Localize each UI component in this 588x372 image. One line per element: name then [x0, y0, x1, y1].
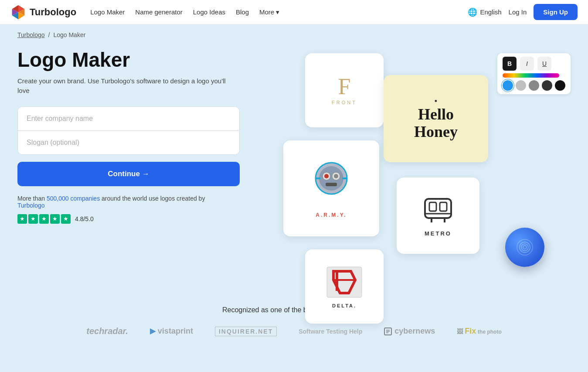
svg-point-20: [523, 246, 527, 249]
trust-text: More than 500,000 companies around the w…: [17, 195, 227, 209]
toolbar-format-row: B I U: [503, 57, 565, 71]
nav-name-generator[interactable]: Name generator: [135, 8, 182, 16]
logo-card-hello: • Hello Honey: [384, 75, 488, 162]
logo-link[interactable]: Turbologo: [10, 4, 76, 20]
stars: ★ ★ ★ ★ ★: [17, 214, 71, 224]
recognized-text: Recognized as one of the best logo maker…: [17, 306, 571, 314]
vistaprint-triangle-icon: [150, 328, 156, 334]
language-label: English: [480, 8, 501, 16]
svg-point-6: [324, 174, 329, 178]
army-robot-icon: [307, 159, 355, 207]
company-name-input[interactable]: [18, 107, 239, 131]
metro-name: METRO: [423, 230, 453, 237]
right-panel: B I U F FRONT •: [279, 49, 571, 276]
color-dark-gray[interactable]: [542, 80, 552, 91]
blue-sphere: [505, 228, 544, 267]
color-gradient-bar[interactable]: [503, 73, 559, 78]
brand-cybernews: cybernews: [384, 327, 435, 336]
metro-logo-content: METRO: [423, 195, 453, 237]
breadcrumb-current: Logo Maker: [53, 31, 85, 38]
bold-button[interactable]: B: [503, 57, 517, 71]
breadcrumb-home[interactable]: Turbologo: [17, 31, 45, 38]
nav-logo-ideas[interactable]: Logo Ideas: [193, 8, 225, 16]
logo-card-metro: METRO: [397, 177, 479, 254]
delta-name: DELTA.: [325, 303, 364, 308]
hello-logo-content: • Hello Honey: [410, 92, 462, 145]
slogan-input[interactable]: [18, 131, 239, 154]
turbologo-icon: [10, 4, 26, 20]
color-black[interactable]: [555, 80, 565, 91]
header-right: 🌐 English Log In Sign Up: [468, 4, 578, 20]
trust-link[interactable]: 500,000 companies: [47, 195, 100, 202]
color-medium-gray[interactable]: [529, 80, 539, 91]
front-letter: F: [332, 75, 357, 98]
main-section: Logo Maker Create your own brand. Use Tu…: [0, 38, 588, 293]
delta-logo-content: DELTA.: [325, 265, 364, 308]
logo-card-delta: DELTA.: [305, 249, 384, 324]
front-logo-content: F FRONT: [332, 75, 357, 105]
army-name: A.R.M.Y.: [307, 212, 355, 218]
rating-row: ★ ★ ★ ★ ★ 4.8/5.0: [17, 214, 270, 224]
star-2: ★: [28, 214, 38, 224]
svg-rect-13: [429, 202, 436, 211]
svg-rect-14: [440, 202, 447, 211]
svg-point-19: [521, 244, 528, 251]
hello-bullet: •: [414, 97, 458, 106]
color-circles-row: [503, 80, 565, 91]
brand-vistaprint: vistaprint: [150, 327, 193, 336]
svg-marker-22: [150, 328, 156, 334]
brand-software-testing-help: Software Testing Help: [299, 327, 362, 336]
star-5: ★: [61, 214, 71, 224]
sphere-fingerprint-icon: [514, 236, 536, 258]
delta-icon: [325, 265, 364, 300]
continue-button[interactable]: Continue →: [17, 162, 240, 186]
brand-fix-the-photo: 🖼 Fix the photo: [457, 327, 501, 336]
login-button[interactable]: Log In: [509, 8, 527, 16]
nav-logo-maker[interactable]: Logo Maker: [90, 8, 125, 16]
breadcrumb: Turbologo / Logo Maker: [0, 24, 588, 38]
language-selector[interactable]: 🌐 English: [468, 7, 501, 17]
globe-icon: 🌐: [468, 7, 477, 17]
metro-icon: [423, 195, 453, 225]
svg-point-3: [319, 166, 343, 191]
header: Turbologo Logo Maker Name generator Logo…: [0, 0, 588, 24]
logo-text: Turbologo: [30, 7, 76, 18]
left-panel: Logo Maker Create your own brand. Use Tu…: [17, 49, 270, 276]
nav-more-button[interactable]: More ▾: [259, 8, 279, 16]
underline-button[interactable]: U: [537, 57, 551, 71]
italic-button[interactable]: I: [520, 57, 534, 71]
army-logo-content: A.R.M.Y.: [307, 159, 355, 218]
color-blue[interactable]: [503, 80, 513, 91]
hello-text: Hello Honey: [414, 106, 458, 140]
svg-point-7: [334, 174, 338, 178]
rating-score: 4.8/5.0: [75, 215, 94, 222]
brand-techradar: techradar.: [86, 326, 128, 336]
cybernews-icon: [384, 328, 392, 335]
star-3: ★: [39, 214, 49, 224]
company-form-box: [17, 106, 240, 155]
turbologo-link[interactable]: Turbologo: [17, 202, 45, 209]
page-subtitle: Create your own brand. Use Turbologo's s…: [17, 76, 227, 96]
toolbar-panel: B I U: [497, 53, 571, 94]
front-name: FRONT: [332, 100, 357, 105]
signup-button[interactable]: Sign Up: [534, 4, 578, 20]
logo-card-army: A.R.M.Y.: [283, 140, 379, 236]
brands-row: techradar. vistaprint INQUIRER.NET Softw…: [17, 326, 571, 336]
page-title: Logo Maker: [17, 49, 270, 71]
bottom-section: Recognized as one of the best logo maker…: [0, 293, 588, 349]
main-nav: Logo Maker Name generator Logo Ideas Blo…: [90, 8, 454, 16]
chevron-down-icon: ▾: [276, 8, 279, 16]
star-4: ★: [50, 214, 60, 224]
color-light-gray[interactable]: [516, 80, 526, 91]
brand-inquirer: INQUIRER.NET: [215, 327, 277, 336]
nav-blog[interactable]: Blog: [236, 8, 249, 16]
logo-card-front: F FRONT: [305, 53, 384, 127]
star-1: ★: [17, 214, 27, 224]
breadcrumb-separator: /: [48, 31, 50, 38]
svg-rect-8: [326, 183, 337, 186]
